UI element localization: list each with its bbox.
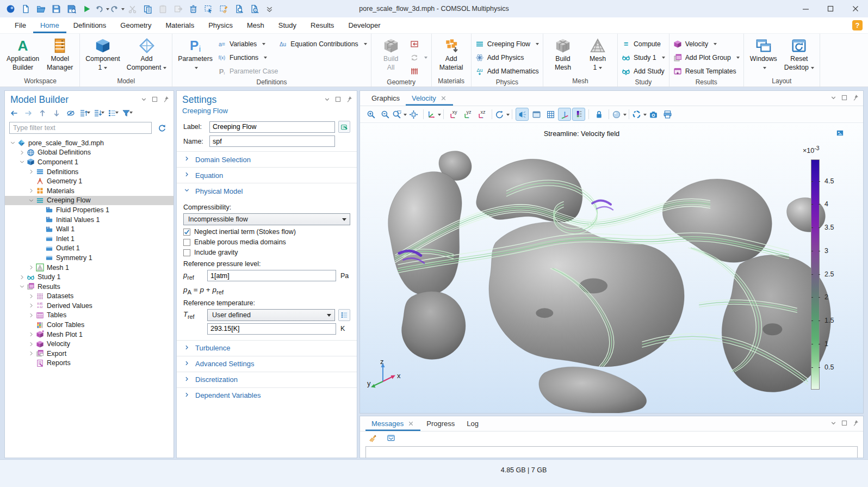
ribbon-button-functions[interactable]: f(x)Functions	[216, 51, 268, 64]
panel-menu-button[interactable]	[830, 420, 837, 428]
ribbon-button-add-physics[interactable]: Add Physics	[474, 51, 525, 64]
move-up-button[interactable]	[36, 107, 48, 119]
tree-item-component-1[interactable]: Component 1	[5, 157, 173, 167]
ribbon-button-creeping-flow[interactable]: Creeping Flow	[474, 37, 540, 51]
expand-node-icon[interactable]	[27, 341, 35, 348]
tree-item-initial-values-1[interactable]: DInitial Values 1	[5, 215, 173, 225]
ribbon-button-study-1[interactable]: Study 1	[621, 51, 666, 64]
panel-menu-button[interactable]	[324, 96, 331, 104]
graphics-tab-velocity[interactable]: Velocity	[406, 91, 453, 106]
tree-item-color-tables[interactable]: Color Tables	[5, 320, 173, 330]
tree-item-definitions[interactable]: Definitions	[5, 167, 173, 177]
label-input[interactable]	[209, 121, 335, 133]
save-as-button[interactable]	[64, 2, 78, 15]
messages-tab-progress[interactable]: Progress	[420, 416, 461, 431]
ribbon-button-velocity[interactable]: Velocity	[672, 37, 718, 51]
toolbar-more-button[interactable]	[262, 2, 276, 15]
expand-node-icon[interactable]	[17, 274, 26, 281]
zoom-extents-button[interactable]	[407, 108, 420, 121]
tree-item-pore-scale-flow-3d-mph[interactable]: pore_scale_flow_3d.mph	[5, 138, 173, 148]
close-tab-icon[interactable]	[440, 95, 447, 102]
rename-button[interactable]	[338, 121, 350, 133]
temperature-input[interactable]	[207, 323, 336, 335]
go-forward-button[interactable]	[22, 107, 34, 119]
expand-node-icon[interactable]	[27, 168, 35, 175]
menu-tab-mesh[interactable]: Mesh	[240, 17, 271, 33]
go-back-button[interactable]	[8, 107, 20, 119]
copy-button[interactable]	[140, 2, 154, 15]
plot-image-icon[interactable]	[833, 126, 847, 139]
pin-panel-button[interactable]	[852, 420, 859, 428]
minimize-button[interactable]	[793, 0, 818, 17]
print-button[interactable]	[661, 108, 674, 121]
pin-panel-button[interactable]	[852, 94, 859, 103]
checkbox-neglect-inertial-term-stokes-flow[interactable]: Neglect inertial term (Stokes flow)	[183, 228, 350, 236]
float-panel-button[interactable]	[151, 96, 158, 104]
tree-item-results[interactable]: Results	[5, 282, 173, 292]
expand-node-icon[interactable]	[27, 302, 35, 309]
section-equation[interactable]: Equation	[177, 167, 357, 183]
go-to-source-button[interactable]	[247, 2, 261, 15]
tree-item-global-definitions[interactable]: Global Definitions	[5, 148, 173, 158]
menu-tab-file[interactable]: File	[8, 17, 33, 33]
ribbon-button-equation-contributions[interactable]: ΔuEquation Contributions	[277, 37, 368, 51]
ribbon-button-build-mesh[interactable]: Build Mesh	[546, 35, 580, 72]
reference-pressure-input[interactable]	[207, 270, 336, 281]
ribbon-button-add-component[interactable]: Add Component	[124, 35, 170, 72]
compressibility-select[interactable]: Incompressible flow	[183, 213, 350, 225]
plot-canvas[interactable]: Streamline: Velocity field ×10-3 4.543.5…	[360, 123, 863, 413]
tree-item-mesh-plot-1[interactable]: *Mesh Plot 1	[5, 330, 173, 340]
menu-tab-materials[interactable]: Materials	[158, 17, 201, 33]
messages-tab-log[interactable]: Log	[461, 416, 485, 431]
close-button[interactable]	[843, 0, 868, 17]
section-physical-model[interactable]: Physical Model	[177, 183, 357, 199]
delete-button[interactable]	[186, 2, 200, 15]
menu-tab-study[interactable]: Study	[271, 17, 303, 33]
expand-node-icon[interactable]	[27, 293, 35, 300]
tree-item-derived-values[interactable]: 8.85e-12Derived Values	[5, 301, 173, 311]
tree-node-text-button[interactable]	[107, 107, 119, 119]
snapshot-button[interactable]	[647, 108, 660, 121]
ribbon-button-mesh-1[interactable]: Mesh 1	[581, 35, 615, 72]
save-button[interactable]	[49, 2, 63, 15]
view-xy-button[interactable]: xy	[447, 108, 460, 121]
go-to-source-button[interactable]	[338, 309, 350, 321]
tree-item-tables[interactable]: Tables	[5, 311, 173, 320]
pin-panel-button[interactable]	[345, 96, 352, 104]
collapse-node-icon[interactable]	[17, 158, 26, 165]
default-3d-view-button[interactable]	[427, 108, 440, 121]
ribbon-button-add-mathematics[interactable]: ΔuAdd Mathematics	[474, 64, 540, 78]
graphics-tab-graphics[interactable]: Graphics	[365, 91, 406, 106]
filter-input[interactable]	[9, 122, 152, 134]
ribbon-button-parameters[interactable]: PiParameters	[175, 35, 215, 72]
select-region-button[interactable]	[201, 2, 215, 15]
pin-panel-button[interactable]	[162, 96, 169, 104]
run-button[interactable]	[79, 2, 94, 15]
expand-tree-button[interactable]	[79, 107, 91, 119]
redo-button[interactable]	[110, 2, 124, 15]
undo-button[interactable]	[95, 2, 109, 15]
menu-tab-geometry[interactable]: Geometry	[113, 17, 158, 33]
menu-tab-results[interactable]: Results	[303, 17, 341, 33]
expand-node-icon[interactable]	[27, 187, 35, 194]
ribbon-button-insert-sequence[interactable]	[409, 37, 420, 51]
update-plot-button[interactable]	[633, 108, 646, 121]
panel-menu-button[interactable]	[830, 94, 837, 103]
float-panel-button[interactable]	[841, 420, 848, 428]
clear-selection-button[interactable]	[216, 2, 231, 15]
environment-button[interactable]	[530, 108, 543, 121]
zoom-in-button[interactable]	[364, 108, 377, 121]
tree-item-geometry-1[interactable]: Geometry 1	[5, 176, 173, 186]
section-domain-selection[interactable]: Domain Selection	[177, 151, 357, 167]
collapse-node-icon[interactable]	[17, 283, 26, 290]
expand-node-icon[interactable]	[27, 264, 35, 271]
ribbon-button-add-study[interactable]: Add Study	[621, 64, 666, 78]
tree-item-fluid-properties-1[interactable]: DFluid Properties 1	[5, 205, 173, 215]
appearance-button[interactable]	[612, 108, 625, 121]
checkbox-include-gravity[interactable]: Include gravity	[183, 249, 350, 256]
float-panel-button[interactable]	[841, 94, 848, 103]
refresh-icon[interactable]	[155, 121, 169, 134]
view-yz-button[interactable]: yz	[461, 108, 474, 121]
name-input[interactable]	[209, 135, 335, 147]
new-file-button[interactable]	[18, 2, 33, 15]
